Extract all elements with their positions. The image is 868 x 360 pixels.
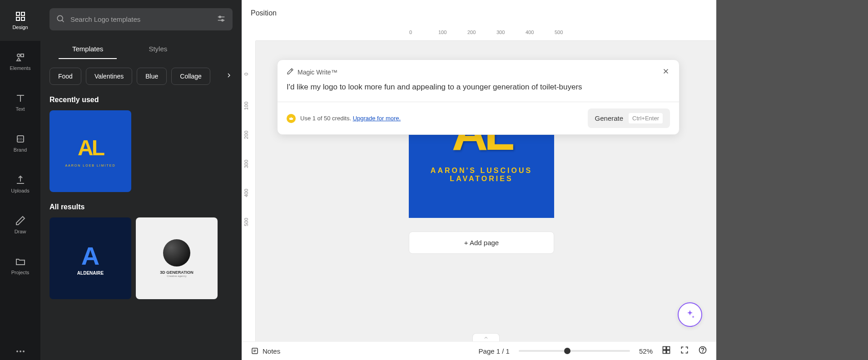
sidebar-label: Elements (10, 65, 31, 71)
chips-row: Food Valentines Blue Collage (40, 59, 242, 85)
more-icon (16, 350, 25, 353)
search-box[interactable] (50, 8, 233, 30)
ruler-tick: 300 (243, 160, 249, 168)
sidebar-label: Uploads (11, 188, 29, 193)
ruler-tick: 500 (555, 30, 563, 35)
brand-icon: CO. (15, 133, 26, 144)
design-icon (15, 11, 26, 22)
generate-button[interactable]: Generate Ctrl+Enter (588, 108, 670, 128)
grid-view-button[interactable] (662, 345, 671, 356)
tabs-row: Templates Styles (40, 39, 242, 59)
credits-text: Use 1 of 50 credits. Upgrade for more. (300, 115, 401, 122)
header-bar: Position (242, 0, 716, 26)
close-button[interactable] (662, 67, 670, 77)
help-button[interactable] (698, 345, 707, 356)
svg-point-16 (222, 19, 223, 21)
left-sidebar: Design Elements Text CO. Brand Uploads D… (0, 0, 40, 360)
zoom-slider[interactable] (519, 350, 630, 352)
generate-shortcut: Ctrl+Enter (629, 113, 663, 123)
svg-rect-3 (21, 17, 25, 20)
sidebar-label: Brand (14, 147, 27, 153)
ai-assistant-button[interactable] (678, 302, 702, 327)
upgrade-link[interactable]: Upgrade for more. (353, 115, 401, 122)
sidebar-item-brand[interactable]: CO. Brand (0, 123, 40, 163)
magic-write-footer: Use 1 of 50 credits. Upgrade for more. G… (278, 102, 679, 134)
text-icon (15, 93, 26, 104)
notes-button[interactable]: Notes (251, 347, 280, 355)
svg-point-9 (16, 350, 18, 352)
bottom-bar: Notes Page 1 / 1 52% (242, 341, 716, 360)
magic-write-header: Magic Write™ (278, 60, 679, 81)
sidebar-item-uploads[interactable]: Uploads (0, 163, 40, 204)
ruler-tick: 500 (243, 218, 249, 226)
canvas-toggle-button[interactable] (472, 333, 500, 341)
sidebar-label: Design (12, 25, 28, 30)
sidebar-item-projects[interactable]: Projects (0, 245, 40, 286)
svg-rect-5 (21, 54, 24, 57)
sidebar-more[interactable] (0, 341, 40, 360)
template-logo-text: AL (78, 135, 103, 160)
magic-write-icon (287, 68, 294, 77)
notes-icon (251, 347, 259, 355)
ruler-vertical: 0 100 200 300 400 500 (242, 41, 256, 341)
sidebar-item-draw[interactable]: Draw (0, 204, 40, 245)
templates-panel: Templates Styles Food Valentines Blue Co… (40, 0, 242, 360)
svg-rect-21 (667, 347, 670, 350)
ruler-tick: 400 (243, 189, 249, 197)
sphere-icon (163, 239, 190, 266)
search-input[interactable] (70, 15, 216, 23)
tab-templates[interactable]: Templates (50, 39, 126, 59)
fullscreen-icon (680, 345, 689, 355)
zoom-slider-thumb[interactable] (564, 348, 570, 354)
template-a-text: A (81, 241, 99, 271)
bottom-icons (662, 345, 707, 356)
chip-valentines[interactable]: Valentines (86, 68, 132, 85)
ruler-tick: 0 (409, 30, 412, 35)
svg-point-10 (20, 350, 21, 352)
template-card-aldenaire[interactable]: A ALDENAIRE (50, 217, 131, 299)
svg-rect-0 (16, 12, 20, 15)
svg-point-15 (219, 16, 221, 18)
crown-badge (287, 114, 296, 123)
design-text-line2[interactable]: LAVATORIES (450, 175, 513, 183)
right-panel (716, 0, 868, 360)
sidebar-item-text[interactable]: Text (0, 82, 40, 123)
chips-next-icon[interactable] (212, 72, 233, 81)
add-page-button[interactable]: + Add page (409, 232, 554, 254)
credits-usage: Use 1 of 50 credits. (300, 115, 353, 122)
position-button[interactable]: Position (251, 5, 277, 21)
chip-collage[interactable]: Collage (171, 68, 210, 85)
fullscreen-button[interactable] (680, 345, 689, 356)
sidebar-item-elements[interactable]: Elements (0, 41, 40, 82)
template-aldenaire-text: ALDENAIRE (77, 271, 104, 276)
grid-icon (662, 345, 671, 355)
magic-write-title: Magic Write™ (298, 69, 662, 76)
template-card-al[interactable]: AL AARON LOEB LIMITED (50, 110, 131, 192)
template-3d-text: 3D GENERATION (160, 270, 193, 275)
filter-icon[interactable] (216, 14, 226, 25)
magic-write-input[interactable]: I'd like my logo to look more fun and ap… (278, 81, 679, 100)
sidebar-label: Text (15, 106, 25, 112)
design-text-line1[interactable]: AARON'S LUSCIOUS (431, 167, 532, 175)
chip-food[interactable]: Food (50, 68, 81, 85)
templates-grid-recent: AL AARON LOEB LIMITED (40, 110, 242, 192)
ruler-tick: 400 (526, 30, 534, 35)
template-card-3d-generation[interactable]: 3D GENERATION Creative agency (136, 217, 218, 299)
magic-write-popup: Magic Write™ I'd like my logo to look mo… (277, 59, 680, 135)
template-logo-sub: AARON LOEB LIMITED (65, 164, 115, 167)
zoom-value[interactable]: 52% (639, 347, 653, 355)
generate-label: Generate (595, 114, 624, 122)
projects-icon (15, 256, 26, 267)
tab-styles[interactable]: Styles (126, 39, 190, 59)
ruler-tick: 100 (243, 102, 249, 110)
notes-label: Notes (263, 347, 280, 355)
svg-point-12 (57, 15, 63, 21)
ruler-tick: 200 (467, 30, 476, 35)
crown-icon (288, 116, 294, 121)
chip-blue[interactable]: Blue (137, 68, 167, 85)
ruler-tick: 200 (243, 131, 249, 139)
page-info: Page 1 / 1 (479, 347, 510, 355)
ruler-tick: 0 (243, 73, 249, 75)
ruler-tick: 100 (438, 30, 446, 35)
sidebar-item-design[interactable]: Design (0, 0, 40, 41)
